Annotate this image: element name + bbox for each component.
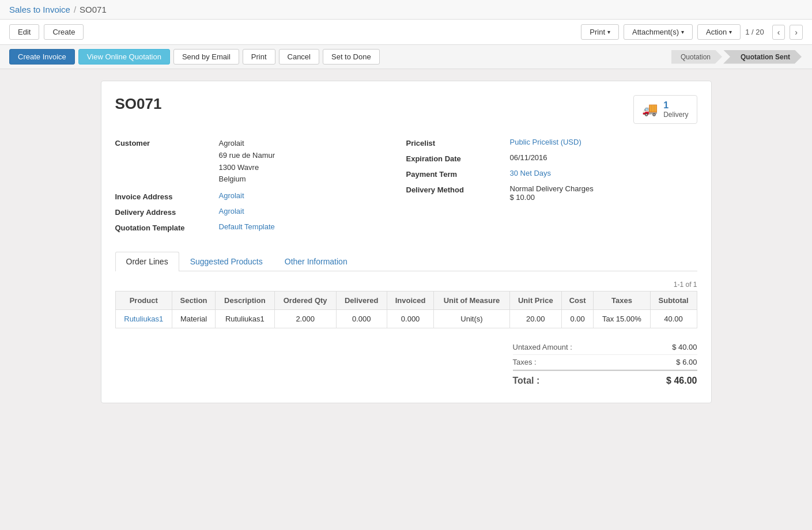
create-invoice-button[interactable]: Create Invoice [9,49,75,65]
th-section: Section [172,292,215,310]
cell-unit-price: 20.00 [509,310,561,328]
cell-unit-of-measure: Unit(s) [434,310,509,328]
payment-term-row: Payment Term 30 Net Days [406,169,697,179]
table-header: Product Section Description Ordered Qty … [115,292,697,310]
breadcrumb-separator: / [74,5,76,14]
total-label: Total : [513,376,540,386]
cell-taxes: Tax 15.00% [594,310,650,328]
status-toolbar: Create Invoice View Online Quotation Sen… [0,45,812,69]
th-product: Product [115,292,172,310]
totals-section: Untaxed Amount : $ 40.00 Taxes : $ 6.00 … [115,340,697,389]
prev-button[interactable]: ‹ [772,25,785,40]
quotation-template-row: Quotation Template Default Template [115,222,406,232]
pricelist-value[interactable]: Public Pricelist (USD) [510,138,697,146]
pricelist-label: Pricelist [406,138,510,147]
status-step-sent: Quotation Sent [723,50,802,64]
delivery-method-label: Delivery Method [406,184,510,194]
quotation-template-label: Quotation Template [115,222,219,232]
cancel-button[interactable]: Cancel [279,49,319,65]
pagination-info: 1 / 20 [745,28,764,36]
total-row: Total : $ 46.00 [513,370,697,389]
next-button[interactable]: › [790,25,803,40]
customer-name[interactable]: Agrolait [219,138,406,150]
delivery-label: Delivery [663,111,688,119]
main-content: SO071 🚚 1 Delivery Customer Agrolait 69 … [0,69,812,415]
payment-term-value[interactable]: 30 Net Days [510,169,697,177]
attachments-button[interactable]: Attachment(s) ▾ [624,24,693,40]
document-title: SO071 [115,95,162,113]
customer-addr2: 1300 Wavre [219,162,406,174]
action-caret: ▾ [729,29,732,35]
cell-ordered-qty: 2.000 [274,310,336,328]
th-invoiced: Invoiced [387,292,434,310]
delivery-badge[interactable]: 🚚 1 Delivery [633,95,697,124]
left-info: Customer Agrolait 69 rue de Namur 1300 W… [115,138,406,238]
th-ordered-qty: Ordered Qty [274,292,336,310]
quotation-template-value[interactable]: Default Template [219,222,406,231]
invoice-address-label: Invoice Address [115,191,219,201]
edit-button[interactable]: Edit [9,24,39,40]
breadcrumb-bar: Sales to Invoice / SO071 [0,0,812,20]
view-online-button[interactable]: View Online Quotation [78,49,170,65]
delivery-method-name: Normal Delivery Charges [510,184,697,193]
status-step-quotation: Quotation [671,50,722,64]
cell-invoiced: 0.000 [387,310,434,328]
th-unit-price: Unit Price [509,292,561,310]
expiration-row: Expiration Date 06/11/2016 [406,153,697,163]
document-card: SO071 🚚 1 Delivery Customer Agrolait 69 … [101,81,712,403]
expiration-label: Expiration Date [406,153,510,163]
delivery-method-cost: $ 10.00 [510,193,697,202]
action-button[interactable]: Action ▾ [697,24,741,40]
total-value: $ 46.00 [666,376,697,386]
customer-value: Agrolait 69 rue de Namur 1300 Wavre Belg… [219,138,406,186]
expiration-value: 06/11/2016 [510,153,697,162]
table-body: Rutuliukas1 Material Rutuliukas1 2.000 0… [115,310,697,328]
untaxed-row: Untaxed Amount : $ 40.00 [513,340,697,355]
action-toolbar: Edit Create Print ▾ Attachment(s) ▾ Acti… [0,20,812,45]
delivery-address-label: Delivery Address [115,207,219,217]
print-caret: ▾ [607,29,610,35]
action-label: Action [706,28,727,36]
invoice-address-row: Invoice Address Agrolait [115,191,406,201]
order-table: Product Section Description Ordered Qty … [115,291,697,328]
print-label: Print [590,28,605,36]
customer-label: Customer [115,138,219,147]
th-delivered: Delivered [336,292,387,310]
untaxed-value: $ 40.00 [672,343,697,351]
payment-term-label: Payment Term [406,169,510,179]
attachments-caret: ▾ [681,29,684,35]
customer-row: Customer Agrolait 69 rue de Namur 1300 W… [115,138,406,186]
info-grid: Customer Agrolait 69 rue de Namur 1300 W… [115,138,697,238]
tab-order-lines[interactable]: Order Lines [115,252,179,271]
set-done-button[interactable]: Set to Done [323,49,380,65]
breadcrumb-current: SO071 [80,5,107,14]
cell-subtotal: 40.00 [650,310,697,328]
tab-other-information[interactable]: Other Information [274,252,358,271]
taxes-row: Taxes : $ 6.00 [513,355,697,370]
print-button[interactable]: Print ▾ [581,24,619,40]
pricelist-row: Pricelist Public Pricelist (USD) [406,138,697,147]
taxes-value: $ 6.00 [676,358,697,366]
th-taxes: Taxes [594,292,650,310]
attachments-label: Attachment(s) [632,28,679,36]
th-description: Description [216,292,274,310]
delivery-method-value: Normal Delivery Charges $ 10.00 [510,184,697,202]
cell-product[interactable]: Rutuliukas1 [115,310,172,328]
send-email-button[interactable]: Send by Email [173,49,239,65]
create-button[interactable]: Create [44,24,84,40]
tabs: Order Lines Suggested Products Other Inf… [115,252,697,271]
customer-addr3: Belgium [219,173,406,186]
delivery-method-row: Delivery Method Normal Delivery Charges … [406,184,697,202]
cell-delivered: 0.000 [336,310,387,328]
truck-icon: 🚚 [642,102,658,117]
th-cost: Cost [561,292,593,310]
untaxed-label: Untaxed Amount : [513,343,572,351]
breadcrumb-parent[interactable]: Sales to Invoice [9,5,70,14]
print-action-button[interactable]: Print [243,49,275,65]
status-steps: Quotation Quotation Sent [671,50,803,64]
table-row: Rutuliukas1 Material Rutuliukas1 2.000 0… [115,310,697,328]
right-info: Pricelist Public Pricelist (USD) Expirat… [406,138,697,238]
delivery-address-value[interactable]: Agrolait [219,207,406,215]
tab-suggested-products[interactable]: Suggested Products [179,252,274,271]
invoice-address-value[interactable]: Agrolait [219,191,406,200]
